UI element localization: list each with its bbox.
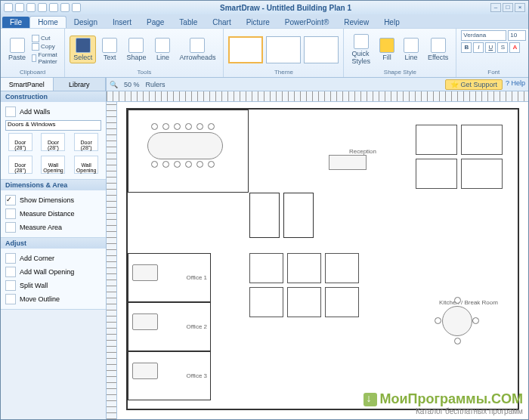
tab-table[interactable]: Table bbox=[172, 17, 205, 28]
chair[interactable] bbox=[472, 317, 479, 324]
qat-email-icon[interactable] bbox=[60, 3, 70, 12]
chair[interactable] bbox=[454, 338, 461, 344]
cubicle[interactable] bbox=[287, 287, 321, 317]
help-button[interactable]: ? Help bbox=[506, 79, 525, 90]
cut-button[interactable]: Cut bbox=[32, 35, 60, 42]
kitchen-table[interactable] bbox=[442, 306, 472, 336]
theme-option-2[interactable] bbox=[266, 36, 301, 63]
cubicle[interactable] bbox=[287, 253, 321, 283]
cubicle[interactable] bbox=[325, 253, 359, 283]
theme-option-3[interactable] bbox=[304, 36, 339, 63]
zoom-value[interactable]: 50 % bbox=[124, 81, 140, 88]
tab-chart[interactable]: Chart bbox=[205, 17, 238, 28]
cubicle[interactable] bbox=[416, 159, 457, 189]
cubicle[interactable] bbox=[249, 253, 283, 283]
move-outline-item[interactable]: Move Outline bbox=[5, 292, 101, 306]
qat-undo-icon[interactable] bbox=[26, 3, 36, 12]
tab-powerpoint[interactable]: PowerPoint® bbox=[277, 17, 337, 28]
chair[interactable] bbox=[185, 161, 192, 168]
qat-print-icon[interactable] bbox=[49, 3, 58, 12]
chair[interactable] bbox=[454, 297, 461, 304]
qat-redo-icon[interactable] bbox=[38, 3, 47, 12]
chair[interactable] bbox=[162, 161, 169, 168]
reception-desk[interactable] bbox=[329, 155, 367, 170]
close-button[interactable]: × bbox=[515, 3, 525, 12]
restroom-a[interactable] bbox=[249, 193, 280, 238]
strike-button[interactable]: S bbox=[497, 42, 508, 53]
quickstyles-button[interactable]: Quick Styles bbox=[348, 32, 373, 66]
tab-help[interactable]: Help bbox=[376, 17, 407, 28]
tab-design[interactable]: Design bbox=[67, 17, 105, 28]
add-walls-item[interactable]: Add Walls bbox=[5, 105, 101, 119]
chair[interactable] bbox=[196, 161, 203, 168]
paste-button[interactable]: Paste bbox=[5, 36, 29, 63]
shape-tool[interactable]: Shape bbox=[123, 36, 149, 63]
reception-room[interactable]: Reception bbox=[314, 110, 412, 193]
tab-home[interactable]: Home bbox=[29, 16, 67, 28]
maximize-button[interactable]: □ bbox=[503, 3, 513, 12]
tab-file[interactable]: File bbox=[2, 17, 29, 28]
measure-area-item[interactable]: Measure Area bbox=[5, 221, 101, 234]
chair[interactable] bbox=[151, 161, 158, 168]
line-style-button[interactable]: Line bbox=[401, 36, 422, 63]
door-28-b[interactable]: Door (28") bbox=[41, 133, 65, 151]
cubicle[interactable] bbox=[249, 287, 283, 317]
add-wall-opening-item[interactable]: Add Wall Opening bbox=[5, 265, 101, 279]
copy-button[interactable]: Copy bbox=[32, 43, 60, 51]
door-28-d[interactable]: Door (28") bbox=[8, 156, 32, 174]
bold-button[interactable]: B bbox=[461, 42, 472, 53]
conference-table[interactable] bbox=[147, 132, 223, 159]
zoom-icon[interactable]: 🔍 bbox=[110, 81, 118, 88]
app-icon[interactable] bbox=[4, 3, 13, 12]
font-family-select[interactable]: Verdana bbox=[461, 30, 506, 41]
drawing-canvas[interactable]: Conference Room Reception bbox=[117, 102, 528, 419]
arrowheads-tool[interactable]: Arrowheads bbox=[176, 36, 218, 63]
cubicle[interactable] bbox=[416, 125, 457, 155]
cubicle[interactable] bbox=[461, 159, 503, 189]
door-28-c[interactable]: Door (28") bbox=[74, 133, 98, 151]
font-size-select[interactable]: 10 bbox=[508, 30, 526, 41]
chair[interactable] bbox=[185, 123, 192, 130]
tab-smartpanel[interactable]: SmartPanel bbox=[1, 78, 54, 91]
show-dimensions-item[interactable]: ✓Show Dimensions bbox=[5, 193, 101, 207]
underline-button[interactable]: U bbox=[485, 42, 496, 53]
doors-windows-select[interactable]: Doors & Windows bbox=[5, 120, 101, 131]
select-tool[interactable]: Select bbox=[70, 36, 96, 63]
theme-option-1[interactable] bbox=[228, 36, 263, 63]
format-painter-button[interactable]: Format Painter bbox=[32, 51, 60, 65]
chair[interactable] bbox=[435, 317, 441, 324]
effects-button[interactable]: Effects bbox=[425, 36, 451, 63]
chair[interactable] bbox=[208, 123, 215, 130]
qat-save-icon[interactable] bbox=[15, 3, 24, 12]
line-tool[interactable]: Line bbox=[152, 36, 173, 63]
split-wall-item[interactable]: Split Wall bbox=[5, 279, 101, 292]
chair[interactable] bbox=[174, 161, 181, 168]
add-corner-item[interactable]: Add Corner bbox=[5, 252, 101, 265]
office1-desk[interactable] bbox=[132, 264, 158, 281]
tab-page[interactable]: Page bbox=[139, 17, 172, 28]
text-tool[interactable]: Text bbox=[99, 36, 120, 63]
qat-export-icon[interactable] bbox=[72, 3, 81, 12]
door-28-a[interactable]: Door (28") bbox=[8, 133, 32, 151]
kitchen-room[interactable]: Kitchen / Break Room bbox=[419, 246, 518, 359]
font-color-button[interactable]: A bbox=[509, 42, 520, 53]
chair[interactable] bbox=[151, 123, 158, 130]
minimize-button[interactable]: – bbox=[490, 3, 501, 12]
chair[interactable] bbox=[208, 161, 215, 168]
tab-review[interactable]: Review bbox=[336, 17, 376, 28]
cubicle[interactable] bbox=[325, 287, 359, 317]
wall-opening-a[interactable]: Wall Opening bbox=[41, 156, 65, 174]
tab-insert[interactable]: Insert bbox=[105, 17, 139, 28]
office3-desk[interactable] bbox=[132, 363, 158, 379]
get-support-button[interactable]: ⭐ Get Support bbox=[445, 79, 503, 90]
italic-button[interactable]: I bbox=[473, 42, 484, 53]
office2-desk[interactable] bbox=[132, 313, 158, 330]
chair[interactable] bbox=[162, 123, 169, 130]
fill-button[interactable]: Fill bbox=[376, 36, 398, 63]
tab-library[interactable]: Library bbox=[54, 78, 107, 91]
rulers-toggle[interactable]: Rulers bbox=[146, 81, 166, 88]
chair[interactable] bbox=[174, 123, 181, 130]
restroom-b[interactable] bbox=[283, 193, 314, 238]
measure-distance-item[interactable]: Measure Distance bbox=[5, 207, 101, 221]
wall-opening-b[interactable]: Wall Opening bbox=[74, 156, 98, 174]
